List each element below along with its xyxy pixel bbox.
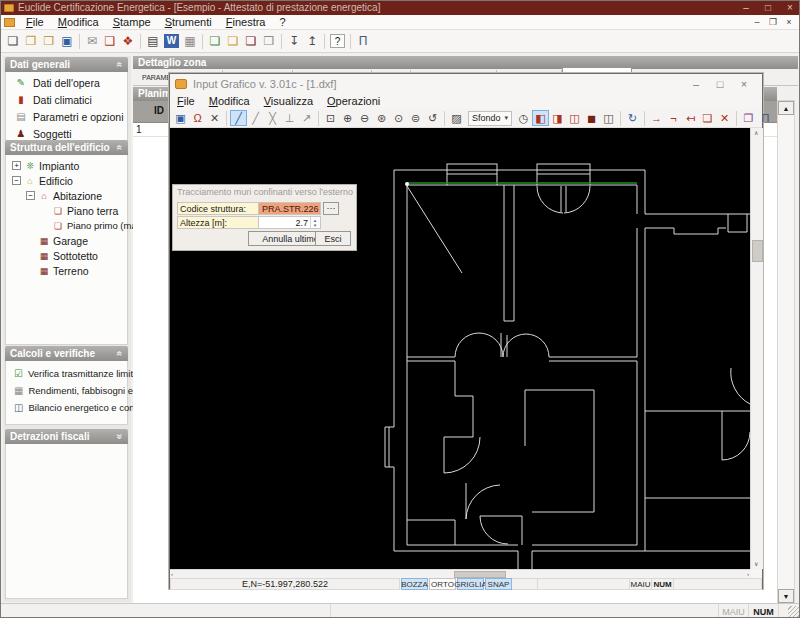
door-double-icon[interactable]: ◫ [566,110,583,126]
expand-down-icon[interactable]: » [113,434,128,440]
scrollbar-thumb[interactable] [752,240,763,262]
collapse-up-icon[interactable]: « [113,62,128,68]
sidebar-item-verifica-trasmittanze[interactable]: ☑ Verifica trasmittanze limite [6,365,127,382]
sfondo-dropdown[interactable]: Sfondo ▾ [468,111,512,126]
report-green-icon[interactable]: ❏ [206,33,224,50]
close-button[interactable]: × [779,1,800,15]
open-icon[interactable]: ❒ [40,33,58,50]
refresh-icon[interactable]: ↻ [624,110,641,126]
scroll-right-icon[interactable]: › [747,570,749,578]
scroll-left-icon[interactable]: ‹ [171,570,173,578]
mdi-restore-button[interactable]: ❐ [765,17,781,27]
html-export-icon[interactable]: ▦ [181,33,199,50]
collapse-up-icon[interactable]: « [113,351,128,357]
section-header-detrazioni[interactable]: Detrazioni fiscali » [5,429,128,444]
report-red-icon[interactable]: ❏ [242,33,260,50]
mdi-minimize-button[interactable]: – [749,17,765,27]
sheet-icon[interactable]: ❏ [699,110,716,126]
line-icon[interactable]: ╱ [247,110,264,126]
delete-node-icon[interactable]: ✕ [206,110,223,126]
wall-corner-icon[interactable]: ¬ [665,110,682,126]
export-icon[interactable]: ↥ [303,33,321,50]
wall-end-icon[interactable]: ↤ [682,110,699,126]
sidebar-item-bilancio[interactable]: ◫ Bilancio energetico e consumi [6,399,127,416]
background-pattern-icon[interactable]: ▨ [448,110,465,126]
grid-vertical-scrollbar[interactable]: ▲ ▼ [777,100,795,604]
door-filled-icon[interactable]: ◼ [583,110,600,126]
copy-reports-icon[interactable]: ❒ [260,33,278,50]
intersect-icon[interactable]: ╳ [264,110,281,126]
ig-menu-modifica[interactable]: Modifica [202,94,257,109]
certificate-icon[interactable]: ❖ [119,33,137,50]
ig-minimize-button[interactable]: – [684,78,708,90]
tree-item-piano-primo[interactable]: ❏ Piano primo (mansarda) [6,218,127,233]
sidebar-item-dati-climatici[interactable]: ▮ Dati climatici [6,91,127,108]
altezza-field[interactable]: 2.7 ▴ ▾ [259,216,321,229]
resize-grip[interactable] [788,606,800,618]
spinner[interactable]: ▴ ▾ [310,217,319,228]
expander-icon[interactable]: − [26,191,35,200]
exit-column-icon[interactable]: Π [354,33,372,50]
browse-button[interactable]: ··· [323,202,339,215]
expander-icon[interactable]: − [12,176,21,185]
help-icon[interactable]: ? [330,34,345,48]
section-header-dati-generali[interactable]: Dati generali « [5,57,128,72]
menu-stampe[interactable]: Stampe [106,15,158,30]
ig-menu-operazioni[interactable]: Operazioni [320,94,387,109]
tree-item-abitazione[interactable]: − ⌂ Abitazione [6,188,127,203]
minimize-button[interactable]: – [735,1,757,15]
scrollbar-thumb[interactable] [454,571,506,578]
toggle-orto[interactable]: ORTO [429,578,456,590]
eraser-icon[interactable]: ❐ [740,110,757,126]
section-header-struttura[interactable]: Struttura dell'edificio « [5,140,128,155]
codice-struttura-field[interactable]: PRA.STR.226 [259,202,321,215]
tree-item-sottotetto[interactable]: ▦ Sottotetto [6,248,127,263]
zoom-previous-icon[interactable]: ⊜ [407,110,424,126]
send-icon[interactable]: ✉ [83,33,101,50]
tree-item-terreno[interactable]: ▦ Terreno [6,263,127,278]
magnet-snap-icon[interactable]: Ω [189,110,206,126]
sidebar-item-rendimenti[interactable]: ▦ Rendimenti, fabbisogni ed EP [6,382,127,399]
pan-icon[interactable]: ↺ [424,110,441,126]
toggle-griglia[interactable]: GRIGLIA [457,578,484,590]
zoom-out-icon[interactable]: ⊖ [356,110,373,126]
menu-file[interactable]: File [19,15,51,30]
draw-wall-icon[interactable]: ╱ [230,110,247,126]
clock-icon[interactable]: ◷ [515,110,532,126]
new-icon[interactable]: ❏ [4,33,22,50]
sidebar-item-dati-opera[interactable]: ✎ Dati dell'opera [6,74,127,91]
mdi-close-button[interactable]: × [781,17,797,27]
print-preview-icon[interactable]: ❑ [101,33,119,50]
zoom-window-icon[interactable]: ⊡ [322,110,339,126]
zoom-selection-icon[interactable]: ⊙ [390,110,407,126]
report-yellow-icon[interactable]: ❏ [224,33,242,50]
ig-menu-file[interactable]: File [170,94,202,109]
new-from-template-icon[interactable]: ❐ [22,33,40,50]
wall-direction-icon[interactable]: → [648,110,665,126]
ig-save-icon[interactable]: ▣ [172,110,189,126]
tree-item-impianto[interactable]: + ❊ Impianto [6,158,127,173]
column-header-id[interactable]: ID [133,101,169,123]
tree-item-garage[interactable]: ▦ Garage [6,233,127,248]
maximize-button[interactable]: □ [757,1,779,15]
print-icon[interactable]: ▤ [144,33,162,50]
toggle-snap[interactable]: SNAP [485,578,512,590]
column-icon[interactable]: Π [757,110,774,126]
esci-button[interactable]: Esci [315,231,351,246]
collapse-up-icon[interactable]: « [113,145,128,151]
zoom-in-icon[interactable]: ⊕ [339,110,356,126]
scroll-up-icon[interactable]: ∧ [754,129,758,137]
menu-strumenti[interactable]: Strumenti [158,15,219,30]
save-icon[interactable]: ▣ [58,33,76,50]
cad-canvas[interactable]: Tracciamento muri confinanti verso l'est… [170,128,750,569]
menu-modifica[interactable]: Modifica [51,15,106,30]
tree-item-edificio[interactable]: − ⌂ Edificio [6,173,127,188]
word-export-icon[interactable]: W [164,34,179,48]
ig-menu-visualizza[interactable]: Visualizza [257,94,320,109]
window-icon[interactable]: ◫ [600,110,617,126]
ig-title-bar[interactable]: Input Grafico v. 3.01c - [1.dxf] – □ × [170,74,762,94]
section-header-calcoli[interactable]: Calcoli e verifiche « [5,346,128,361]
spinner-down-icon[interactable]: ▾ [314,223,317,228]
door-icon[interactable]: ◧ [532,110,549,126]
ig-horizontal-scrollbar[interactable]: ‹ › [170,569,750,578]
